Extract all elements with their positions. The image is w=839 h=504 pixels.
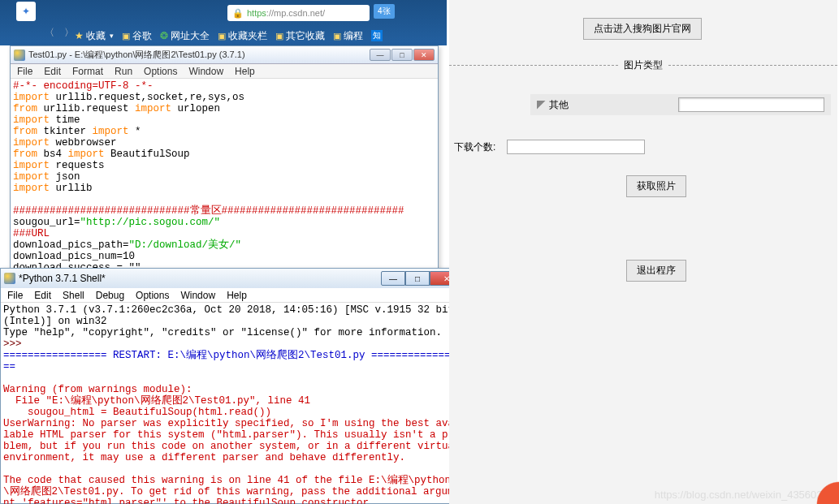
idle-editor-window: Test01.py - E:\编程\python\网络爬图2\Test01.py…	[10, 45, 439, 271]
menu-run[interactable]: Run	[115, 66, 132, 76]
shell-title-bar[interactable]: *Python 3.7.1 Shell* — □ ✕	[1, 269, 467, 288]
open-sogou-button[interactable]: 点击进入搜狗图片官网	[583, 18, 702, 40]
zhihu-icon: 知	[371, 30, 383, 41]
fetch-photos-button[interactable]: 获取照片	[626, 175, 686, 197]
url-protocol: https	[247, 8, 266, 18]
checkbox-tristate-icon[interactable]	[537, 101, 546, 110]
address-bar[interactable]: 🔒 https ://mp.csdn.net/	[227, 5, 370, 21]
other-type-input[interactable]	[678, 97, 824, 112]
download-count-input[interactable]	[507, 140, 645, 154]
menu-edit[interactable]: Edit	[34, 290, 51, 300]
python-icon	[4, 273, 15, 284]
editor-title: Test01.py - E:\编程\python\网络爬图2\Test01.py…	[28, 49, 245, 61]
shell-menu-bar: File Edit Shell Debug Options Window Hel…	[1, 288, 467, 303]
menu-shell[interactable]: Shell	[63, 290, 84, 300]
bookmark-zhi[interactable]: 知	[371, 30, 383, 41]
bookmark-favbar[interactable]: ▣收藏夹栏	[218, 29, 267, 43]
back-icon[interactable]: 〈	[45, 26, 54, 40]
minimize-button[interactable]: —	[381, 271, 405, 286]
folder-icon: ▣	[275, 31, 283, 41]
shell-title: *Python 3.7.1 Shell*	[19, 273, 106, 284]
bookmark-bar: ★收藏▾ ▣谷歌 ❂网址大全 ▣收藏夹栏 ▣其它收藏 ▣编程 知	[68, 26, 515, 45]
decorative-swoosh	[816, 455, 839, 504]
bookmark-fav[interactable]: ★收藏▾	[75, 29, 114, 43]
minimize-button[interactable]: —	[370, 49, 391, 61]
fieldset-divider: 图片类型	[449, 65, 837, 80]
folder-icon: ▣	[122, 31, 130, 41]
globe-icon: ❂	[160, 30, 168, 41]
menu-help[interactable]: Help	[227, 290, 247, 300]
image-count-badge: 4张	[374, 4, 395, 19]
browser-chrome: ✦ 🔒 https ://mp.csdn.net/ 4张 〈 〉 ★收藏▾ ▣谷…	[0, 0, 447, 45]
menu-format[interactable]: Format	[72, 66, 103, 76]
tkinter-app-panel: 点击进入搜狗图片官网 图片类型 其他 下载个数: 获取照片 退出程序	[449, 0, 837, 504]
menu-help[interactable]: Help	[235, 66, 255, 76]
menu-window[interactable]: Window	[180, 290, 215, 300]
download-count-label: 下载个数:	[454, 140, 495, 154]
code-editor[interactable]: #-*- encoding=UTF-8 -*- import urllib.re…	[11, 79, 438, 275]
python-shell-window: *Python 3.7.1 Shell* — □ ✕ File Edit She…	[0, 268, 468, 504]
folder-icon: ▣	[218, 31, 226, 41]
editor-menu-bar: File Edit Format Run Options Window Help	[11, 64, 438, 79]
menu-file[interactable]: File	[7, 290, 23, 300]
close-button[interactable]: ✕	[413, 49, 435, 61]
menu-edit[interactable]: Edit	[44, 66, 61, 76]
other-checkbox-label[interactable]: 其他	[549, 98, 569, 112]
menu-debug[interactable]: Debug	[96, 290, 124, 300]
bookmark-google[interactable]: ▣谷歌	[122, 29, 152, 43]
maximize-button[interactable]: □	[405, 271, 430, 286]
bookmark-coding[interactable]: ▣编程	[333, 29, 363, 43]
fieldset-label: 图片类型	[619, 59, 668, 71]
image-type-row: 其他	[530, 94, 831, 115]
star-icon: ★	[75, 30, 84, 41]
exit-program-button[interactable]: 退出程序	[626, 260, 686, 282]
tab-favicon: ✦	[16, 2, 36, 21]
maximize-button[interactable]: □	[391, 49, 413, 61]
menu-window[interactable]: Window	[188, 66, 223, 76]
bookmark-other[interactable]: ▣其它收藏	[275, 29, 325, 43]
bookmark-sites[interactable]: ❂网址大全	[160, 29, 210, 43]
python-icon	[14, 50, 25, 61]
download-count-row: 下载个数:	[454, 140, 645, 154]
menu-file[interactable]: File	[17, 66, 32, 76]
editor-title-bar[interactable]: Test01.py - E:\编程\python\网络爬图2\Test01.py…	[11, 46, 438, 64]
shell-output[interactable]: Python 3.7.1 (v3.7.1:260ec2c36a, Oct 20 …	[1, 303, 467, 504]
folder-icon: ▣	[333, 31, 341, 41]
menu-options[interactable]: Options	[136, 290, 169, 300]
url-rest: ://mp.csdn.net/	[266, 8, 325, 18]
lock-icon: 🔒	[232, 8, 244, 19]
menu-options[interactable]: Options	[144, 66, 177, 76]
watermark: https://blog.csdn.net/weixin_43560272	[655, 489, 834, 501]
